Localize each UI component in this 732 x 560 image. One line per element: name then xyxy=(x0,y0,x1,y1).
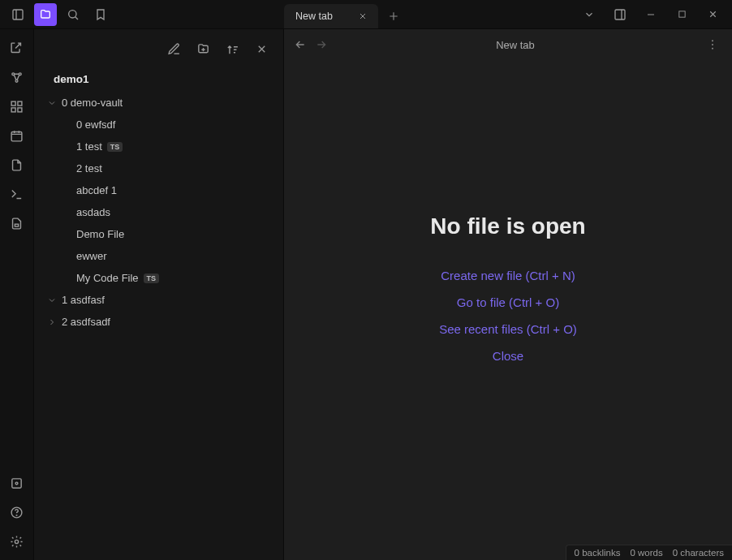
quick-switcher-icon[interactable] xyxy=(5,36,29,60)
file-tree: 0 demo-vault0 ewfsdf1 testTS2 testabcdef… xyxy=(34,92,283,333)
new-note-icon[interactable] xyxy=(163,38,184,59)
left-ribbon xyxy=(0,29,34,560)
svg-point-5 xyxy=(19,72,21,75)
file-badge: TS xyxy=(107,142,123,152)
settings-icon[interactable] xyxy=(5,529,29,554)
vault-icon[interactable] xyxy=(5,471,29,495)
tab-new-tab[interactable]: New tab xyxy=(284,4,378,28)
window-maximize-icon[interactable] xyxy=(670,3,693,26)
template-icon[interactable] xyxy=(5,153,29,177)
tree-item-label: 0 ewfsdf xyxy=(76,118,115,131)
titlebar-right xyxy=(570,3,732,26)
bookmark-icon[interactable] xyxy=(89,3,112,26)
window-minimize-icon[interactable] xyxy=(639,3,662,26)
action-see-recent-files[interactable]: See recent files (Ctrl + O) xyxy=(439,317,577,341)
new-tab-button[interactable] xyxy=(381,4,406,28)
svg-point-6 xyxy=(15,80,18,82)
tree-folder[interactable]: 0 demo-vault xyxy=(39,92,278,114)
titlebar: New tab xyxy=(0,0,732,29)
empty-state: No file is open Create new file (Ctrl + … xyxy=(284,41,732,541)
graph-icon[interactable] xyxy=(5,65,29,89)
tab-label: New tab xyxy=(295,11,333,22)
tab-strip: New tab xyxy=(284,0,570,28)
svg-rect-0 xyxy=(13,10,23,19)
tree-file[interactable]: Demo File xyxy=(39,223,278,245)
help-icon[interactable] xyxy=(5,500,29,524)
svg-rect-10 xyxy=(18,107,22,111)
action-create-new-file[interactable]: Create new file (Ctrl + N) xyxy=(441,264,575,287)
status-backlinks[interactable]: 0 backlinks xyxy=(575,548,621,558)
vault-title: demo1 xyxy=(34,65,283,92)
files-icon[interactable] xyxy=(34,3,57,26)
new-folder-icon[interactable] xyxy=(192,38,213,59)
tree-file[interactable]: ewwer xyxy=(39,245,278,267)
titlebar-left xyxy=(0,3,284,26)
tree-file[interactable]: 1 testTS xyxy=(39,136,278,157)
status-chars[interactable]: 0 characters xyxy=(673,548,724,558)
save-icon[interactable] xyxy=(5,211,29,235)
tree-item-label: 1 asdfasf xyxy=(62,294,105,306)
command-icon[interactable] xyxy=(5,182,29,206)
search-icon[interactable] xyxy=(62,3,84,26)
svg-point-16 xyxy=(16,515,17,515)
canvas-icon[interactable] xyxy=(5,94,29,118)
main-pane: New tab No file is open Create new file … xyxy=(284,29,732,560)
tree-item-label: 1 test xyxy=(76,140,102,153)
tree-file[interactable]: My Code FileTS xyxy=(39,267,278,289)
action-go-to-file[interactable]: Go to file (Ctrl + O) xyxy=(457,291,559,314)
status-bar: 0 backlinks 0 words 0 characters xyxy=(566,545,732,560)
window-close-icon[interactable] xyxy=(701,3,724,26)
collapse-all-icon[interactable] xyxy=(251,38,272,59)
svg-rect-3 xyxy=(678,11,684,17)
tree-file[interactable]: abcdef 1 xyxy=(39,179,278,201)
tree-file[interactable]: 2 test xyxy=(39,157,278,179)
empty-heading: No file is open xyxy=(430,213,585,239)
tree-item-label: Demo File xyxy=(76,228,124,240)
svg-rect-9 xyxy=(11,107,15,111)
action-close[interactable]: Close xyxy=(493,344,523,368)
chevron-down-icon[interactable] xyxy=(578,3,601,26)
sort-icon[interactable] xyxy=(222,38,243,59)
tree-item-label: 0 demo-vault xyxy=(62,97,123,109)
svg-rect-12 xyxy=(15,224,18,226)
svg-rect-2 xyxy=(615,10,625,19)
svg-rect-13 xyxy=(12,478,21,487)
file-explorer: demo1 0 demo-vault0 ewfsdf1 testTS2 test… xyxy=(34,29,284,560)
chevron-right-icon[interactable] xyxy=(45,316,58,329)
svg-point-4 xyxy=(12,72,15,75)
svg-rect-11 xyxy=(11,131,22,140)
svg-rect-8 xyxy=(18,101,22,106)
tree-file[interactable]: asdads xyxy=(39,201,278,223)
status-words[interactable]: 0 words xyxy=(630,548,662,558)
close-icon[interactable] xyxy=(355,9,370,24)
svg-point-14 xyxy=(15,482,18,485)
tree-item-label: 2 asdfsadf xyxy=(62,316,110,328)
chevron-down-icon[interactable] xyxy=(45,97,58,110)
calendar-icon[interactable] xyxy=(5,123,29,148)
split-panel-icon[interactable] xyxy=(609,3,631,26)
svg-rect-7 xyxy=(11,101,15,106)
svg-point-1 xyxy=(69,10,76,17)
tree-item-label: asdads xyxy=(76,206,110,218)
tree-item-label: 2 test xyxy=(76,162,102,174)
tree-folder[interactable]: 2 asdfsadf xyxy=(39,311,278,333)
chevron-down-icon[interactable] xyxy=(45,294,58,307)
sidebar-toolbar xyxy=(34,32,283,65)
tree-item-label: abcdef 1 xyxy=(76,184,117,196)
tree-item-label: ewwer xyxy=(76,250,107,262)
svg-point-17 xyxy=(15,540,18,543)
tree-file[interactable]: 0 ewfsdf xyxy=(39,114,278,136)
collapse-sidebar-icon[interactable] xyxy=(6,3,29,26)
file-badge: TS xyxy=(144,274,160,283)
tree-folder[interactable]: 1 asdfasf xyxy=(39,289,278,311)
tree-item-label: My Code File xyxy=(76,272,139,284)
